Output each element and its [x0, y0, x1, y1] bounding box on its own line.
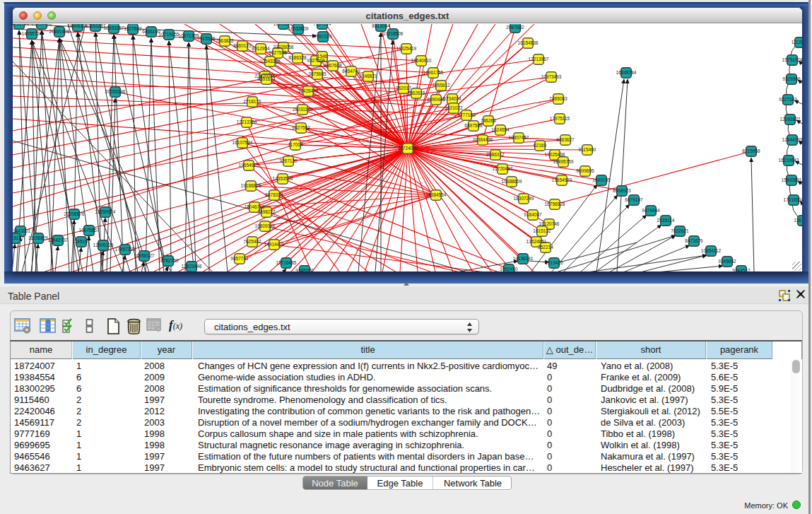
- svg-text:1546: 1546: [317, 54, 328, 59]
- svg-text:10654112: 10654112: [701, 248, 722, 253]
- svg-text:16210643: 16210643: [779, 158, 799, 163]
- svg-text:8813054: 8813054: [372, 24, 390, 28]
- svg-text:9245012: 9245012: [295, 268, 314, 271]
- svg-text:9146821: 9146821: [359, 74, 377, 78]
- svg-text:16958127: 16958127: [134, 253, 155, 258]
- svg-text:11156829: 11156829: [28, 235, 48, 240]
- svg-text:15716485: 15716485: [276, 260, 297, 265]
- svg-text:10975867: 10975867: [79, 228, 100, 233]
- svg-text:12942737: 12942737: [48, 238, 69, 243]
- svg-text:3498222: 3498222: [257, 209, 276, 214]
- svg-text:19384554: 19384554: [426, 192, 447, 197]
- svg-text:20091406: 20091406: [32, 24, 52, 26]
- svg-text:12923448: 12923448: [182, 264, 202, 269]
- svg-text:7515526: 7515526: [197, 36, 216, 41]
- svg-text:12213967: 12213967: [529, 57, 549, 62]
- svg-text:1145197: 1145197: [73, 239, 90, 244]
- svg-text:1640195: 1640195: [592, 177, 611, 182]
- svg-text:7485063: 7485063: [549, 96, 567, 101]
- svg-text:3915177: 3915177: [13, 235, 24, 240]
- svg-text:1362615: 1362615: [407, 90, 425, 95]
- svg-text:23226058: 23226058: [273, 45, 294, 49]
- svg-text:9245652: 9245652: [718, 259, 736, 264]
- svg-text:6734024: 6734024: [443, 96, 461, 101]
- svg-text:2935114: 2935114: [657, 218, 675, 223]
- svg-text:10025438: 10025438: [545, 152, 565, 157]
- svg-text:14914479: 14914479: [264, 242, 285, 247]
- svg-text:15720407: 15720407: [493, 166, 513, 171]
- svg-text:8660123: 8660123: [233, 43, 252, 48]
- svg-text:8186328: 8186328: [288, 55, 307, 60]
- svg-text:16107534: 16107534: [233, 140, 253, 145]
- svg-text:9699695: 9699695: [576, 168, 594, 173]
- svg-text:19654925: 19654925: [239, 163, 259, 168]
- svg-text:8471676: 8471676: [685, 238, 703, 243]
- svg-text:7632621: 7632621: [671, 228, 689, 233]
- svg-text:19166825: 19166825: [241, 183, 261, 188]
- svg-text:9777169: 9777169: [457, 112, 476, 117]
- svg-text:16495759: 16495759: [553, 159, 574, 164]
- svg-text:62160: 62160: [534, 143, 546, 148]
- svg-text:24055721: 24055721: [13, 24, 30, 26]
- svg-text:8454749: 8454749: [342, 69, 360, 74]
- svg-text:12359924: 12359924: [95, 209, 116, 214]
- svg-text:252214: 252214: [538, 245, 553, 250]
- svg-text:8990448: 8990448: [427, 97, 445, 102]
- svg-text:3267130: 3267130: [279, 158, 298, 163]
- svg-text:10688609: 10688609: [502, 179, 522, 184]
- svg-text:9115460: 9115460: [579, 147, 596, 152]
- svg-text:1624554: 1624554: [491, 127, 510, 132]
- svg-text:12905135: 12905135: [93, 243, 114, 247]
- svg-text:20206576: 20206576: [64, 211, 85, 216]
- svg-text:17016504: 17016504: [784, 197, 802, 202]
- svg-text:32428448: 32428448: [298, 88, 319, 93]
- svg-text:10543382: 10543382: [260, 59, 281, 64]
- svg-text:12213369: 12213369: [237, 119, 257, 124]
- svg-text:20364436: 20364436: [473, 137, 493, 142]
- svg-text:6897568: 6897568: [464, 123, 483, 128]
- svg-text:16648784: 16648784: [616, 70, 637, 75]
- svg-text:9657791: 9657791: [230, 256, 249, 261]
- svg-text:2087682: 2087682: [506, 25, 524, 30]
- svg-text:18724007: 18724007: [398, 146, 418, 151]
- svg-text:7663822: 7663822: [216, 38, 234, 43]
- svg-text:117004: 117004: [288, 142, 303, 147]
- svg-text:16809346: 16809346: [255, 223, 276, 228]
- svg-text:6466160: 6466160: [142, 29, 160, 34]
- svg-text:14136141: 14136141: [513, 256, 534, 261]
- svg-text:8938923: 8938923: [613, 188, 631, 193]
- svg-text:9327508: 9327508: [307, 58, 325, 63]
- svg-text:16756928: 16756928: [545, 201, 565, 206]
- svg-text:7357224: 7357224: [314, 34, 332, 39]
- svg-text:12093822: 12093822: [780, 117, 801, 122]
- svg-text:11443001: 11443001: [13, 228, 31, 233]
- svg-text:9474444: 9474444: [642, 208, 660, 213]
- svg-text:8678334: 8678334: [265, 192, 283, 197]
- svg-text:1112633: 1112633: [792, 40, 802, 45]
- svg-text:11325419: 11325419: [396, 46, 417, 51]
- svg-text:14353594: 14353594: [273, 176, 293, 181]
- svg-text:16120746: 16120746: [539, 221, 560, 226]
- svg-text:20053346: 20053346: [105, 89, 126, 94]
- svg-text:2386312: 2386312: [486, 152, 505, 157]
- svg-text:8912954: 8912954: [252, 46, 270, 51]
- svg-text:1621022: 1621022: [445, 105, 463, 110]
- svg-text:28031144: 28031144: [293, 107, 313, 112]
- svg-text:20891406: 20891406: [49, 29, 70, 34]
- svg-text:10807457: 10807457: [509, 135, 529, 140]
- svg-text:9391614: 9391614: [257, 76, 276, 81]
- svg-text:14055724: 14055724: [22, 31, 42, 36]
- svg-text:12444193: 12444193: [782, 137, 802, 142]
- svg-text:1092450: 1092450: [500, 267, 518, 271]
- svg-text:7357224: 7357224: [313, 24, 331, 26]
- svg-text:746266: 746266: [481, 118, 496, 123]
- svg-text:3875685: 3875685: [308, 71, 326, 76]
- svg-text:15046718: 15046718: [245, 204, 265, 209]
- svg-text:13654923: 13654923: [552, 177, 572, 182]
- svg-text:18640910: 18640910: [411, 58, 432, 63]
- svg-text:10553267: 10553267: [104, 25, 124, 30]
- svg-text:13524851: 13524851: [526, 239, 547, 244]
- svg-text:17957223: 17957223: [115, 247, 136, 252]
- svg-text:1615132: 1615132: [533, 228, 551, 233]
- svg-text:19218506: 19218506: [383, 31, 404, 36]
